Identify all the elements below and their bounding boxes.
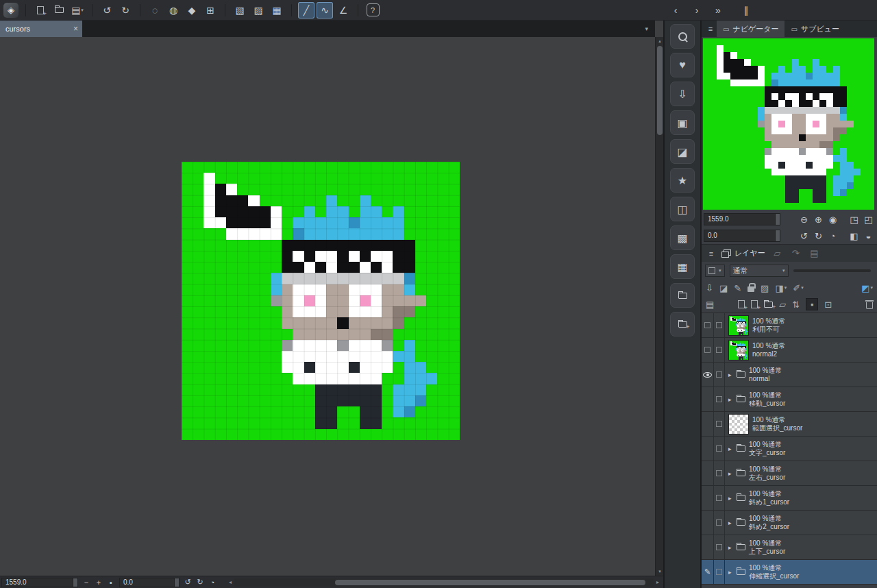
combine-layer-icon[interactable]: ⊡ [824, 298, 832, 310]
material-star-icon[interactable]: ★ [670, 168, 695, 193]
layer-row[interactable]: ▸100 %通常文字_cursor [702, 437, 877, 461]
hscroll-thumb[interactable] [335, 580, 645, 585]
layer-content[interactable]: 100 %通常normal2 [725, 338, 877, 362]
curve-tool-button[interactable]: ∿ [317, 2, 333, 19]
layer-visibility-cell[interactable] [702, 511, 714, 535]
layer-content[interactable]: ▸100 %通常伸縮選択_cursor [725, 560, 877, 584]
download-materials-icon[interactable]: ⇩ [670, 82, 695, 106]
expand-arrow-icon[interactable]: ▸ [728, 519, 733, 526]
reset-rotation-button[interactable]: ◔ [207, 577, 218, 588]
layer-visibility-cell[interactable] [702, 338, 714, 362]
expand-arrow-icon[interactable]: ▸ [728, 544, 733, 551]
new-layer-icon[interactable] [738, 298, 745, 310]
layer-content[interactable]: ▸100 %通常文字_cursor [725, 437, 877, 461]
lock-transparent-pixels-icon[interactable]: ▨ [761, 282, 769, 294]
canvas-area[interactable] [0, 37, 655, 576]
layer-visibility-cell[interactable] [702, 412, 714, 436]
layer-grid-icon[interactable]: ▤ [808, 247, 821, 260]
layer-search-icon[interactable]: ▱ [771, 247, 784, 260]
layer-checkbox-cell[interactable] [714, 511, 725, 535]
ruler-icon[interactable]: ✐▾ [793, 282, 803, 294]
layer-checkbox-cell[interactable] [714, 437, 725, 461]
rotate-left-button[interactable]: ↺ [182, 577, 193, 588]
layer-visibility-cell[interactable]: ✎ [702, 560, 714, 584]
rect-select-button[interactable]: ▧ [232, 2, 248, 19]
layer-visibility-cell[interactable] [702, 437, 714, 461]
expand-arrow-icon[interactable]: ▸ [728, 371, 733, 378]
layer-visibility-cell[interactable] [702, 461, 714, 485]
scroll-left-icon[interactable]: ◂ [226, 579, 234, 585]
zoom-100-icon[interactable]: ◉ [826, 213, 839, 226]
layer-checkbox-cell[interactable] [714, 535, 725, 559]
collapse-dock-icon[interactable]: ‹ [667, 2, 684, 19]
tab-list-chevron-icon[interactable]: ▾ [645, 25, 648, 32]
layer-checkbox-cell[interactable] [714, 461, 725, 485]
navigator-menu-icon[interactable]: ≡ [704, 25, 717, 33]
lasso-select-button[interactable]: ▨ [250, 2, 267, 19]
expand-arrow-icon[interactable]: ▸ [728, 396, 733, 403]
layer-revert-icon[interactable]: ↷ [789, 247, 802, 260]
navigator-rotation-box[interactable]: 0.0 [704, 230, 780, 242]
layer-content[interactable]: ▸100 %通常normal [725, 363, 877, 387]
expand-arrow-icon[interactable]: ▸ [728, 569, 733, 576]
layer-content[interactable]: ▸100 %通常斜め2_cursor [725, 511, 877, 535]
material-pattern-icon[interactable]: ▩ [670, 225, 695, 250]
reset-rotation-icon[interactable]: ◔ [826, 230, 839, 243]
layer-checkbox-cell[interactable] [714, 338, 725, 362]
navigator-zoom-box[interactable]: 1559.0 [704, 213, 780, 225]
layer-row[interactable]: ▸100 %通常normal [702, 363, 877, 387]
statusbar-zoom-slider-handle[interactable] [73, 578, 77, 587]
layer-menu-icon[interactable]: ≡ [705, 249, 717, 258]
layer-checkbox-cell[interactable] [714, 313, 725, 337]
invert-selection-button[interactable]: ◍ [165, 2, 182, 19]
dock-handle-icon[interactable]: ∥ [738, 2, 754, 19]
clipping-mask-icon[interactable]: ◪ [719, 282, 728, 294]
layer-checkbox-cell[interactable] [714, 412, 725, 436]
new-layer-settings-icon[interactable] [751, 298, 758, 310]
statusbar-zoom-box[interactable]: 1559.0 [1, 578, 78, 587]
transfer-down-icon[interactable]: ⇩ [706, 282, 713, 294]
material-box-icon[interactable]: ▣ [670, 110, 695, 135]
material-grid-icon[interactable]: ▦ [670, 254, 695, 279]
expand-arrow-icon[interactable]: ▸ [728, 445, 733, 452]
crop-frame-button[interactable]: ⊞ [202, 2, 219, 19]
line-tool-button[interactable]: ╱ [298, 2, 314, 19]
scroll-right-icon[interactable]: ▸ [654, 579, 662, 585]
statusbar-rotation-box[interactable]: 0.0 [119, 578, 180, 587]
navigator-rotation-slider-handle[interactable] [775, 230, 780, 241]
zoom-reset-button[interactable]: ▪ [106, 577, 116, 588]
fit-to-screen-icon[interactable]: ◰ [862, 213, 875, 226]
expand-arrow-icon[interactable]: ▸ [728, 495, 733, 502]
undo-button[interactable]: ↺ [99, 2, 115, 19]
material-folder-settings-icon[interactable] [670, 312, 695, 336]
canvas-artwork[interactable] [182, 162, 460, 440]
layer-row[interactable]: ✎▸100 %通常伸縮選択_cursor [702, 560, 877, 585]
document-tab-cursors[interactable]: cursors × [0, 21, 82, 37]
rotate-left-icon[interactable]: ↺ [798, 230, 811, 243]
layer-content[interactable]: ▸100 %通常左右_cursor [725, 461, 877, 485]
grid-select-button[interactable]: ▦ [269, 2, 285, 19]
layer-content[interactable]: ▸100 %通常斜め1_cursor [725, 486, 877, 510]
redo-button[interactable]: ↻ [117, 2, 134, 19]
paper-layer-icon[interactable]: ▪ [806, 298, 818, 310]
layer-checkbox-cell[interactable] [714, 486, 725, 510]
layer-row[interactable]: ▸100 %通常左右_cursor [702, 461, 877, 486]
palette-color-combo[interactable]: ▾ [705, 265, 725, 277]
layer-checkbox-cell[interactable] [714, 560, 725, 584]
layer-checkbox-cell[interactable] [714, 363, 725, 387]
expand-all-dock-icon[interactable]: » [710, 2, 726, 19]
flip-horizontal-icon[interactable]: ◧ [848, 230, 861, 243]
layer-visibility-cell[interactable] [702, 486, 714, 510]
favorites-heart-icon[interactable]: ♥ [670, 53, 695, 77]
layer-visibility-cell[interactable] [702, 313, 714, 337]
zoom-in-icon[interactable]: ⊕ [812, 213, 825, 226]
transfer-layer-icon[interactable]: ⇅ [792, 298, 800, 310]
layer-row[interactable]: ▸100 %通常上下_cursor [702, 535, 877, 560]
layer-row[interactable]: ▸100 %通常斜め2_cursor [702, 511, 877, 535]
statusbar-rotation-slider-handle[interactable] [174, 578, 179, 587]
vscroll-thumb[interactable] [657, 46, 663, 135]
lock-layer-icon[interactable] [748, 282, 754, 294]
expand-dock-icon[interactable]: › [689, 2, 705, 19]
layer-visibility-cell[interactable] [702, 363, 714, 387]
layer-list-view-icon[interactable]: ▤ [706, 298, 714, 310]
